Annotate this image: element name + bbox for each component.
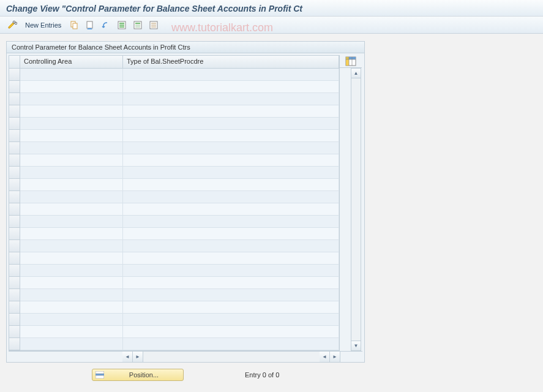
- cell-controlling-area[interactable]: [20, 154, 123, 167]
- row-selector[interactable]: [9, 167, 20, 179]
- table-row: [9, 105, 339, 118]
- cell-balsheet-procedure[interactable]: [123, 179, 339, 191]
- horizontal-scrollbar[interactable]: [143, 352, 320, 362]
- row-selector[interactable]: [9, 179, 20, 191]
- row-selector[interactable]: [9, 118, 20, 130]
- cell-controlling-area[interactable]: [20, 93, 123, 105]
- column-header-controlling-area[interactable]: Controlling Area: [20, 56, 123, 69]
- row-selector[interactable]: [9, 142, 20, 154]
- cell-balsheet-procedure[interactable]: [123, 216, 339, 228]
- cell-controlling-area[interactable]: [20, 277, 123, 289]
- cell-balsheet-procedure[interactable]: [123, 93, 339, 105]
- cell-controlling-area[interactable]: [20, 228, 123, 240]
- row-selector[interactable]: [9, 277, 20, 289]
- horizontal-scrollbar-row: ◄ ► ◄ ►: [9, 351, 362, 362]
- select-all-button[interactable]: [114, 19, 129, 31]
- cell-controlling-area[interactable]: [20, 105, 123, 118]
- cell-balsheet-procedure[interactable]: [123, 228, 339, 240]
- vertical-scrollbar[interactable]: ▲ ▼: [351, 68, 361, 351]
- cell-controlling-area[interactable]: [20, 265, 123, 277]
- table-settings-icon: [345, 56, 356, 66]
- copy-as-button[interactable]: [67, 19, 81, 31]
- cell-controlling-area[interactable]: [20, 130, 123, 142]
- new-entries-label: New Entries: [25, 21, 61, 29]
- cell-balsheet-procedure[interactable]: [123, 301, 339, 314]
- deselect-all-button[interactable]: [146, 19, 161, 31]
- cell-balsheet-procedure[interactable]: [123, 252, 339, 265]
- column-header-balsheet-procedure[interactable]: Type of Bal.SheetProcdre: [123, 56, 339, 69]
- cell-controlling-area[interactable]: [20, 179, 123, 191]
- delete-button[interactable]: [83, 19, 97, 31]
- table-header-row: Controlling Area Type of Bal.SheetProcdr…: [9, 56, 339, 69]
- cell-controlling-area[interactable]: [20, 314, 123, 326]
- table-body: [9, 69, 339, 350]
- row-selector[interactable]: [9, 240, 20, 252]
- row-selector[interactable]: [9, 301, 20, 314]
- cell-balsheet-procedure[interactable]: [123, 338, 339, 350]
- cell-balsheet-procedure[interactable]: [123, 240, 339, 252]
- row-selector[interactable]: [9, 69, 20, 81]
- row-selector[interactable]: [9, 338, 20, 350]
- row-selector[interactable]: [9, 216, 20, 228]
- svg-rect-12: [135, 26, 140, 28]
- scroll-left-end-button[interactable]: ◄: [320, 352, 330, 362]
- toggle-display-change-button[interactable]: [5, 19, 20, 31]
- scroll-up-button[interactable]: ▲: [351, 69, 361, 78]
- row-selector[interactable]: [9, 191, 20, 203]
- cell-controlling-area[interactable]: [20, 142, 123, 154]
- row-selector[interactable]: [9, 130, 20, 142]
- cell-controlling-area[interactable]: [20, 191, 123, 203]
- cell-controlling-area[interactable]: [20, 118, 123, 130]
- new-entries-button[interactable]: New Entries: [21, 19, 66, 31]
- cell-balsheet-procedure[interactable]: [123, 289, 339, 301]
- cell-controlling-area[interactable]: [20, 252, 123, 265]
- row-selector-header[interactable]: [9, 56, 20, 69]
- select-block-button[interactable]: [130, 19, 145, 31]
- cell-balsheet-procedure[interactable]: [123, 167, 339, 179]
- row-selector[interactable]: [9, 252, 20, 265]
- cell-controlling-area[interactable]: [20, 203, 123, 216]
- row-selector[interactable]: [9, 314, 20, 326]
- cell-balsheet-procedure[interactable]: [123, 81, 339, 93]
- cell-controlling-area[interactable]: [20, 301, 123, 314]
- scroll-down-button[interactable]: ▼: [351, 341, 361, 350]
- cell-balsheet-procedure[interactable]: [123, 265, 339, 277]
- scroll-right-button[interactable]: ►: [330, 352, 340, 362]
- undo-button[interactable]: [99, 19, 113, 31]
- cell-controlling-area[interactable]: [20, 289, 123, 301]
- row-selector[interactable]: [9, 326, 20, 338]
- row-selector[interactable]: [9, 265, 20, 277]
- row-selector[interactable]: [9, 93, 20, 105]
- cell-balsheet-procedure[interactable]: [123, 69, 339, 81]
- cell-balsheet-procedure[interactable]: [123, 118, 339, 130]
- cell-controlling-area[interactable]: [20, 69, 123, 81]
- table-row: [9, 277, 339, 289]
- table-row: [9, 240, 339, 252]
- cell-balsheet-procedure[interactable]: [123, 314, 339, 326]
- cell-balsheet-procedure[interactable]: [123, 203, 339, 216]
- position-button[interactable]: Position...: [92, 369, 184, 381]
- row-selector[interactable]: [9, 105, 20, 118]
- cell-balsheet-procedure[interactable]: [123, 154, 339, 167]
- row-selector[interactable]: [9, 289, 20, 301]
- cell-controlling-area[interactable]: [20, 240, 123, 252]
- cell-balsheet-procedure[interactable]: [123, 142, 339, 154]
- cell-balsheet-procedure[interactable]: [123, 326, 339, 338]
- cell-balsheet-procedure[interactable]: [123, 191, 339, 203]
- row-selector[interactable]: [9, 154, 20, 167]
- scroll-left-button[interactable]: ◄: [122, 352, 133, 362]
- cell-balsheet-procedure[interactable]: [123, 105, 339, 118]
- row-selector[interactable]: [9, 228, 20, 240]
- cell-controlling-area[interactable]: [20, 338, 123, 350]
- table-row: [9, 191, 339, 203]
- cell-controlling-area[interactable]: [20, 326, 123, 338]
- cell-balsheet-procedure[interactable]: [123, 277, 339, 289]
- cell-balsheet-procedure[interactable]: [123, 130, 339, 142]
- scroll-right-step-button[interactable]: ►: [133, 352, 143, 362]
- cell-controlling-area[interactable]: [20, 216, 123, 228]
- table-settings-button[interactable]: [345, 56, 356, 66]
- cell-controlling-area[interactable]: [20, 81, 123, 93]
- cell-controlling-area[interactable]: [20, 167, 123, 179]
- row-selector[interactable]: [9, 81, 20, 93]
- row-selector[interactable]: [9, 203, 20, 216]
